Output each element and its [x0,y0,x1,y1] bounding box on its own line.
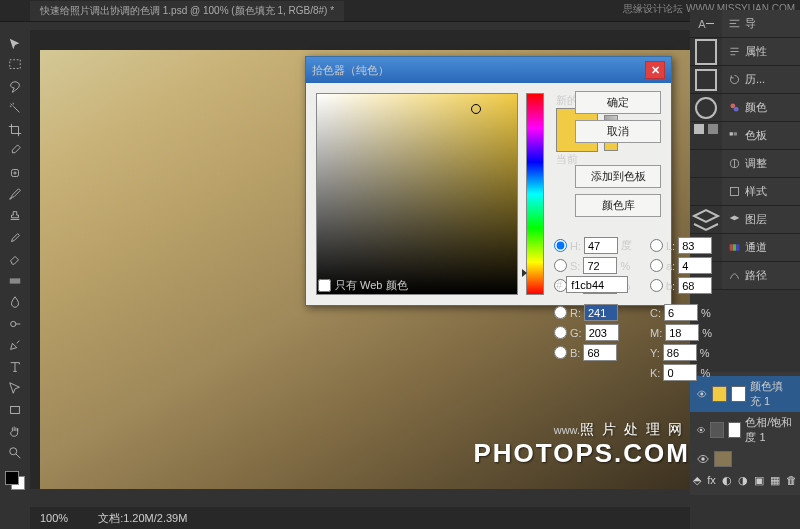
svg-point-3 [11,321,16,326]
color-picker-dialog: 拾色器（纯色） ✕ 新的 当前 [305,56,672,306]
s-field[interactable]: S:% [554,257,632,274]
hex-field[interactable]: # [556,276,628,293]
svg-point-10 [734,107,739,112]
a-field[interactable]: a: [650,257,712,274]
svg-rect-6 [696,40,716,64]
y-field[interactable]: Y:% [650,344,712,361]
layer-thumb [712,386,727,402]
lasso-tool[interactable] [4,77,26,97]
pen-tool[interactable] [4,335,26,355]
svg-rect-7 [696,70,716,90]
eye-icon[interactable] [696,423,706,437]
heal-tool[interactable] [4,163,26,183]
eye-icon[interactable] [696,452,710,466]
svg-rect-2 [10,278,21,283]
color-tab[interactable]: 颜色 [722,94,800,121]
k-field[interactable]: K:% [650,364,712,381]
wand-tool[interactable] [4,99,26,119]
hand-tool[interactable] [4,422,26,442]
layer-row[interactable]: 色相/饱和度 1 [690,412,800,448]
new-icon[interactable]: ▦ [770,474,780,487]
paths-tab[interactable]: 路径 [722,262,800,289]
zoom-level[interactable]: 100% [40,512,68,524]
color-lib-button[interactable]: 颜色库 [575,194,661,217]
adjust-icon[interactable]: ◑ [738,474,748,487]
brush-tool[interactable] [4,185,26,205]
svg-point-21 [700,429,703,432]
document-tab[interactable]: 快速给照片调出协调的色调 1.psd @ 100% (颜色填充 1, RGB/8… [30,1,344,21]
c-field[interactable]: C:% [650,304,712,321]
fx-icon[interactable]: fx [707,474,716,487]
b-field[interactable]: b: [650,277,712,294]
adjustments-tab[interactable]: 调整 [722,150,800,177]
folder-icon[interactable]: ▣ [754,474,764,487]
layer-name: 色相/饱和度 1 [745,415,794,445]
color-icon[interactable] [690,94,722,121]
l-field[interactable]: L: [650,237,712,254]
color-field[interactable] [316,93,518,295]
history-icon[interactable] [690,66,722,93]
eyedropper-tool[interactable] [4,142,26,162]
shape-tool[interactable] [4,400,26,420]
mask-icon[interactable]: ◐ [722,474,732,487]
svg-rect-11 [694,124,704,134]
color-swatches[interactable] [5,471,25,491]
zoom-tool[interactable] [4,443,26,463]
dialog-titlebar[interactable]: 拾色器（纯色） ✕ [306,57,671,83]
svg-rect-16 [730,187,738,195]
svg-rect-19 [736,244,739,251]
crop-tool[interactable] [4,120,26,140]
svg-rect-4 [11,406,20,413]
svg-point-20 [700,393,703,396]
move-tool[interactable] [4,34,26,54]
layers-tab[interactable]: 图层 [722,206,800,233]
color-cursor [471,104,481,114]
h-field[interactable]: H:度 [554,237,632,254]
layer-mask [731,386,746,402]
svg-rect-14 [734,132,737,135]
dodge-tool[interactable] [4,314,26,334]
layers-panel: 颜色填充 1 色相/饱和度 1 ⬘ fx ◐ ◑ ▣ ▦ 🗑 [690,372,800,495]
swatches-icon[interactable] [690,122,722,149]
svg-point-5 [10,448,17,455]
m-field[interactable]: M:% [650,324,712,341]
char-panel-icon[interactable]: A [690,10,722,37]
layer-thumb [714,451,732,467]
eye-icon[interactable] [696,387,708,401]
path-tool[interactable] [4,379,26,399]
ok-button[interactable]: 确定 [575,91,661,114]
layer-row[interactable]: 颜色填充 1 [690,376,800,412]
align-panel-icon[interactable]: 导 [722,10,800,37]
site-watermark: www.照片处理网 PHOTOPS.COM [473,421,690,469]
layers-icon[interactable] [690,206,722,233]
history-brush-tool[interactable] [4,228,26,248]
gradient-tool[interactable] [4,271,26,291]
swatches-tab[interactable]: 色板 [722,122,800,149]
hue-slider[interactable] [526,93,544,295]
svg-rect-18 [733,244,736,251]
bb-field[interactable]: B: [554,344,632,361]
doc-info: 文档:1.20M/2.39M [98,511,187,526]
eraser-tool[interactable] [4,249,26,269]
channels-tab[interactable]: 通道 [722,234,800,261]
type-tool[interactable] [4,357,26,377]
web-only-checkbox[interactable]: 只有 Web 颜色 [318,278,408,293]
trash-icon[interactable]: 🗑 [786,474,797,487]
layer-row[interactable] [690,448,800,470]
link-icon[interactable]: ⬘ [693,474,701,487]
svg-rect-12 [708,124,718,134]
g-field[interactable]: G: [554,324,632,341]
blur-tool[interactable] [4,292,26,312]
add-swatch-button[interactable]: 添加到色板 [575,165,661,188]
cancel-button[interactable]: 取消 [575,120,661,143]
layer-name: 颜色填充 1 [750,379,794,409]
history-tab[interactable]: 历... [722,66,800,93]
styles-tab[interactable]: 样式 [722,178,800,205]
dialog-title: 拾色器（纯色） [312,63,389,78]
r-field[interactable]: R: [554,304,632,321]
close-button[interactable]: ✕ [645,61,665,79]
properties-icon[interactable] [690,38,722,65]
marquee-tool[interactable] [4,56,26,76]
stamp-tool[interactable] [4,206,26,226]
properties-tab[interactable]: 属性 [722,38,800,65]
